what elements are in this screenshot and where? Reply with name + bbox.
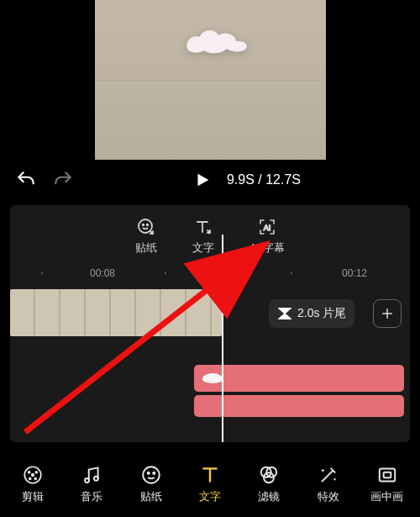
subtool-text-label: 文字 (192, 240, 214, 256)
audio-clip[interactable] (194, 365, 404, 392)
svg-point-7 (29, 472, 30, 473)
ruler-tick: 00:10 (216, 267, 241, 279)
tab-filter[interactable]: 滤镜 (243, 464, 295, 504)
svg-point-13 (143, 467, 160, 483)
tab-pip[interactable]: 画中画 (361, 464, 413, 504)
audio-clip-2[interactable] (194, 395, 404, 417)
add-clip-button[interactable] (373, 299, 402, 328)
text-subtools: 贴纸 文字 AI AI 字幕 (10, 217, 410, 256)
tab-effect[interactable]: 特效 (302, 464, 354, 504)
bottom-tab-bar: 剪辑 音乐 贴纸 文字 滤镜 特效 画中画 (0, 453, 420, 517)
tab-sticker-label: 贴纸 (140, 489, 162, 504)
subtool-ai-caption[interactable]: AI AI 字幕 (249, 217, 285, 256)
subtool-sticker[interactable]: 贴纸 (135, 217, 157, 256)
timeline-ruler[interactable]: • 00:08 • 00:10 • 00:12 (10, 267, 410, 282)
ending-clip-label: 2.0s 片尾 (297, 306, 346, 321)
tab-music[interactable]: 音乐 (66, 464, 118, 504)
playback-time: 9.9S / 12.7S (227, 172, 301, 187)
ruler-tick: 00:08 (90, 267, 115, 279)
tab-text[interactable]: 文字 (184, 464, 236, 504)
tab-music-label: 音乐 (81, 489, 102, 504)
undo-button[interactable] (15, 169, 37, 191)
svg-text:AI: AI (264, 224, 271, 232)
preview-cloud-shape (183, 25, 255, 59)
subtool-sticker-label: 贴纸 (135, 240, 157, 256)
tab-sticker[interactable]: 贴纸 (125, 464, 177, 504)
ending-clip[interactable]: 2.0s 片尾 (269, 299, 354, 328)
subtool-text[interactable]: 文字 (192, 217, 214, 256)
svg-rect-19 (380, 468, 395, 481)
tab-edit[interactable]: 剪辑 (7, 464, 59, 504)
tab-pip-label: 画中画 (370, 489, 403, 504)
tab-filter-label: 滤镜 (258, 489, 280, 504)
subtool-ai-caption-label: AI 字幕 (249, 240, 285, 256)
svg-point-9 (29, 477, 31, 479)
svg-rect-20 (383, 472, 391, 478)
svg-point-2 (147, 224, 149, 226)
svg-point-6 (32, 474, 34, 477)
tab-edit-label: 剪辑 (22, 489, 44, 504)
play-button[interactable] (193, 171, 212, 189)
svg-point-14 (147, 472, 149, 474)
audio-thumbnail (202, 373, 223, 383)
video-track[interactable]: 2.0s 片尾 (10, 282, 410, 346)
transition-icon (277, 308, 292, 319)
svg-point-10 (34, 477, 36, 479)
timeline-editor: 贴纸 文字 AI AI 字幕 • 00:08 • 00:10 • 00:12 2… (10, 205, 410, 442)
svg-point-12 (94, 477, 98, 481)
video-preview[interactable] (95, 0, 326, 160)
tab-text-label: 文字 (199, 489, 221, 504)
svg-point-15 (153, 472, 155, 474)
svg-point-11 (86, 478, 90, 483)
ruler-tick: 00:12 (342, 267, 367, 279)
redo-button[interactable] (52, 169, 74, 191)
svg-point-8 (35, 472, 37, 473)
playhead[interactable] (222, 235, 223, 442)
playback-controls: 9.9S / 12.7S (0, 160, 420, 200)
video-clip[interactable] (10, 289, 222, 336)
tab-effect-label: 特效 (318, 489, 339, 504)
svg-point-1 (143, 224, 144, 226)
